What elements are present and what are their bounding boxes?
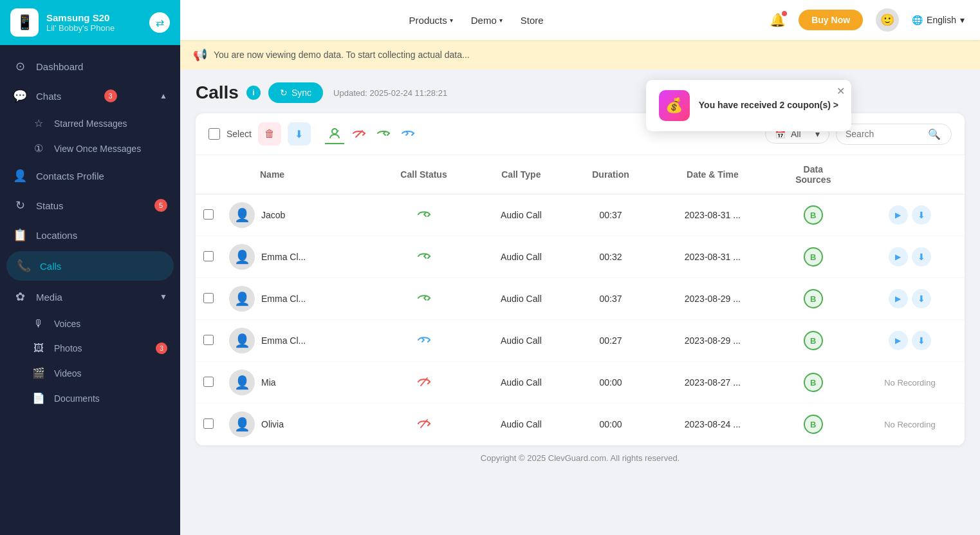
videos-icon: 🎬 bbox=[32, 367, 45, 379]
sidebar-item-contacts[interactable]: 👤 Contacts Profile bbox=[0, 161, 180, 191]
sidebar-item-locations[interactable]: 📋 Locations bbox=[0, 220, 180, 250]
sidebar-item-media[interactable]: ✿ Media ▼ bbox=[0, 282, 180, 312]
row-checkbox[interactable] bbox=[203, 209, 214, 220]
star-icon: ☆ bbox=[32, 117, 45, 129]
source-badge: B bbox=[804, 373, 823, 392]
col-checkbox bbox=[196, 155, 221, 194]
play-button[interactable]: ▶ bbox=[889, 289, 908, 308]
language-selector[interactable]: 🌐 English ▾ bbox=[912, 15, 965, 25]
row-checkbox[interactable] bbox=[203, 418, 214, 429]
sidebar: 📱 Samsung S20 Lil' Bobby's Phone ⇄ ⊙ Das… bbox=[0, 0, 180, 535]
row-type-cell: Audio Call bbox=[475, 320, 568, 362]
page-content: Calls i ↻ Sync Updated: 2025-02-24 11:28… bbox=[180, 70, 980, 483]
user-avatar: 👤 bbox=[229, 202, 255, 228]
demo-banner: 📢 You are now viewing demo data. To star… bbox=[180, 40, 980, 70]
row-status-cell bbox=[373, 236, 474, 278]
row-actions: ▶ ⬇ bbox=[863, 331, 957, 350]
play-button[interactable]: ▶ bbox=[889, 331, 908, 350]
sidebar-item-calls[interactable]: 📞 Calls bbox=[6, 251, 174, 281]
delete-button[interactable]: 🗑 bbox=[258, 122, 281, 145]
device-icon: 📱 bbox=[10, 8, 39, 37]
language-label: English bbox=[927, 15, 956, 25]
row-checkbox[interactable] bbox=[203, 293, 214, 303]
coupon-icon: 💰 bbox=[659, 90, 690, 121]
row-checkbox[interactable] bbox=[203, 335, 214, 345]
no-recording-label: No Recording bbox=[884, 378, 936, 388]
row-datetime-cell: 2023-08-24 ... bbox=[654, 404, 772, 446]
row-checkbox[interactable] bbox=[203, 377, 214, 387]
row-duration-cell: 00:37 bbox=[568, 278, 654, 320]
sidebar-item-chats[interactable]: 💬 Chats 3 ▲ bbox=[0, 81, 180, 111]
incoming-calls-filter-button[interactable] bbox=[374, 124, 393, 144]
view-once-icon: ① bbox=[32, 142, 45, 155]
sidebar-item-view-once[interactable]: ① View Once Messages bbox=[13, 136, 180, 161]
download-button[interactable]: ⬇ bbox=[912, 205, 931, 225]
col-call-type: Call Type bbox=[475, 155, 568, 194]
search-input[interactable] bbox=[846, 129, 923, 139]
buy-now-button[interactable]: Buy Now bbox=[799, 10, 863, 30]
voices-label: Voices bbox=[54, 319, 80, 329]
status-label: Status bbox=[36, 200, 64, 211]
row-checkbox-cell bbox=[196, 362, 221, 404]
notif-close-button[interactable]: ✕ bbox=[837, 85, 845, 97]
user-avatar: 👤 bbox=[229, 328, 255, 353]
sidebar-item-dashboard[interactable]: ⊙ Dashboard bbox=[0, 52, 180, 81]
calls-table: Name Call Status Call Type Duration Date… bbox=[196, 155, 965, 446]
play-button[interactable]: ▶ bbox=[889, 247, 908, 267]
user-avatar[interactable]: 🙂 bbox=[876, 8, 899, 32]
products-label: Products bbox=[409, 15, 447, 26]
device-info: Samsung S20 Lil' Bobby's Phone bbox=[46, 12, 142, 33]
products-nav-link[interactable]: Products ▾ bbox=[409, 15, 453, 26]
download-button[interactable]: ⬇ bbox=[912, 331, 931, 350]
calls-table-card: Select 🗑 ⬇ bbox=[196, 113, 965, 446]
row-type-cell: Audio Call bbox=[475, 362, 568, 404]
sync-button[interactable]: ↻ Sync bbox=[268, 82, 323, 103]
play-button[interactable]: ▶ bbox=[889, 205, 908, 225]
table-row: 👤 Mia Audio Call 00:00 2023-08-27 ... B … bbox=[196, 362, 965, 404]
sidebar-item-status[interactable]: ↻ Status 5 bbox=[0, 191, 180, 220]
row-name: Emma Cl... bbox=[261, 252, 306, 262]
outgoing-calls-filter-button[interactable] bbox=[398, 124, 418, 144]
notif-text[interactable]: You have received 2 coupon(s) > bbox=[699, 99, 838, 112]
sidebar-item-documents[interactable]: 📄 Documents bbox=[13, 386, 180, 411]
row-checkbox[interactable] bbox=[203, 251, 214, 261]
row-source-cell: B bbox=[772, 404, 855, 446]
demo-banner-text: You are now viewing demo data. To start … bbox=[214, 50, 470, 60]
user-avatar: 👤 bbox=[229, 244, 255, 270]
device-model: Samsung S20 bbox=[46, 12, 142, 23]
info-icon[interactable]: i bbox=[246, 86, 261, 100]
row-name-cell: 👤 Emma Cl... bbox=[221, 236, 373, 278]
download-button[interactable]: ⬇ bbox=[912, 289, 931, 308]
device-name: Lil' Bobby's Phone bbox=[46, 23, 142, 33]
row-actions: ▶ ⬇ bbox=[863, 289, 957, 308]
row-duration-cell: 00:37 bbox=[568, 194, 654, 236]
sidebar-item-starred[interactable]: ☆ Starred Messages bbox=[13, 111, 180, 136]
row-name-cell: 👤 Mia bbox=[221, 362, 373, 404]
sidebar-item-videos[interactable]: 🎬 Videos bbox=[13, 361, 180, 386]
sidebar-item-voices[interactable]: 🎙 Voices bbox=[13, 312, 180, 336]
download-button[interactable]: ⬇ bbox=[912, 247, 931, 267]
sidebar-sync-btn[interactable]: ⇄ bbox=[149, 12, 170, 33]
photos-icon: 🖼 bbox=[32, 343, 45, 354]
speaker-icon: 📢 bbox=[193, 48, 207, 62]
view-once-label: View Once Messages bbox=[54, 144, 141, 154]
dashboard-label: Dashboard bbox=[36, 61, 83, 72]
row-actions-cell: No Recording bbox=[855, 362, 965, 404]
videos-label: Videos bbox=[54, 368, 82, 379]
select-all-checkbox[interactable] bbox=[208, 128, 220, 140]
sidebar-item-photos[interactable]: 🖼 Photos 3 bbox=[13, 336, 180, 361]
select-label: Select bbox=[227, 129, 252, 139]
all-calls-filter-button[interactable] bbox=[325, 124, 344, 144]
missed-calls-filter-button[interactable] bbox=[349, 124, 369, 144]
source-badge: B bbox=[804, 415, 823, 434]
contacts-icon: 👤 bbox=[13, 169, 27, 183]
row-datetime-cell: 2023-08-31 ... bbox=[654, 194, 772, 236]
coupon-notification-popup: ✕ 💰 You have received 2 coupon(s) > bbox=[646, 80, 851, 131]
row-checkbox-cell bbox=[196, 278, 221, 320]
bell-dot-indicator bbox=[782, 11, 787, 16]
demo-nav-link[interactable]: Demo ▾ bbox=[471, 15, 503, 26]
export-button[interactable]: ⬇ bbox=[288, 122, 311, 145]
col-name: Name bbox=[221, 155, 373, 194]
row-name-cell: 👤 Emma Cl... bbox=[221, 320, 373, 362]
store-nav-link[interactable]: Store bbox=[521, 15, 544, 26]
